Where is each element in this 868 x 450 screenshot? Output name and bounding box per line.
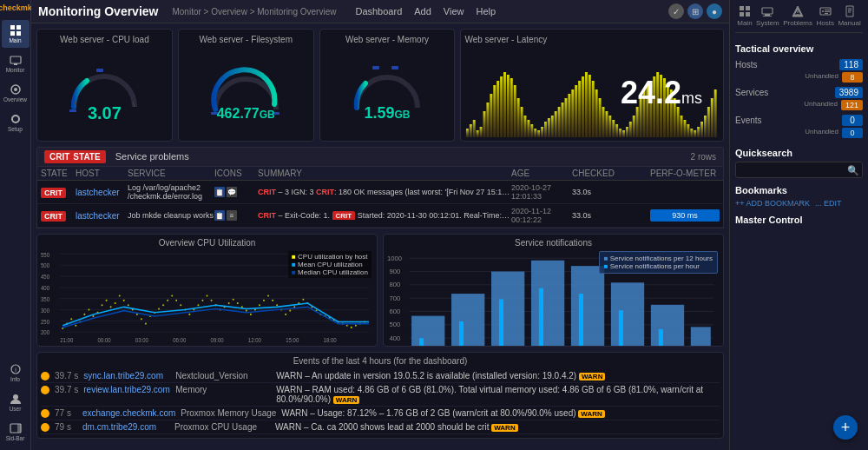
- svg-point-177: [351, 327, 352, 328]
- svg-point-138: [180, 304, 181, 306]
- event-row-1: 39.7 s sync.lan.tribe29.com Nextcloud_Ve…: [41, 369, 720, 383]
- icon-check[interactable]: ✓: [668, 3, 684, 19]
- search-icon: 🔍: [847, 164, 859, 175]
- svg-rect-29: [494, 85, 496, 137]
- svg-rect-39: [528, 120, 530, 137]
- nav-add[interactable]: Add: [409, 4, 437, 18]
- sidebar-item-setup[interactable]: Setup: [2, 109, 30, 136]
- svg-rect-94: [714, 89, 717, 137]
- sidebar-item-user[interactable]: User: [2, 388, 30, 416]
- tactical-events-unhandled-count[interactable]: 0: [842, 128, 863, 138]
- svg-rect-207: [491, 272, 524, 347]
- svg-text:250: 250: [41, 318, 50, 324]
- svg-text:350: 350: [41, 296, 50, 302]
- svg-point-158: [267, 294, 269, 296]
- host-2[interactable]: lastchecker: [76, 211, 128, 221]
- gauge-mem-title: Web server - Memory: [345, 35, 429, 44]
- svg-text:800: 800: [390, 281, 401, 288]
- tactical-title: Tactical overview: [735, 43, 863, 54]
- svg-rect-205: [411, 316, 444, 347]
- svg-rect-41: [535, 129, 537, 137]
- right-nav-system[interactable]: System: [756, 5, 779, 27]
- event-age-1: 39.7 s: [55, 371, 78, 381]
- svg-rect-48: [558, 107, 561, 137]
- host-1[interactable]: lastchecker: [76, 188, 128, 197]
- event-host-3[interactable]: exchange.checkmk.com: [82, 408, 175, 418]
- svg-text:200: 200: [41, 329, 50, 335]
- tactical-hosts-unhandled-count[interactable]: 8: [842, 72, 863, 83]
- sidebar-item-monitor[interactable]: Monitor: [2, 50, 30, 77]
- gauge-memory: Web server - Memory: [319, 29, 456, 142]
- tactical-hosts-label: Hosts: [735, 60, 758, 69]
- tactical-events-count[interactable]: 0: [842, 115, 863, 126]
- svg-rect-46: [551, 116, 554, 137]
- add-bookmark-button[interactable]: ++ ADD BOOKMARK: [735, 199, 810, 208]
- event-host-2[interactable]: review.lan.tribe29.com: [83, 385, 170, 394]
- tactical-hosts-count[interactable]: 118: [839, 59, 863, 70]
- icon-grid[interactable]: ⊞: [687, 3, 703, 19]
- tactical-events-row: Events 0: [735, 113, 863, 128]
- svg-rect-19: [372, 66, 379, 69]
- svg-point-120: [102, 304, 103, 306]
- right-nav: Main System Problems Hosts Manual: [735, 5, 863, 33]
- svg-rect-213: [419, 338, 424, 347]
- fab-button[interactable]: +: [833, 415, 858, 440]
- nav-dashboard[interactable]: Dashboard: [350, 4, 407, 18]
- svg-text:09:00: 09:00: [211, 337, 225, 342]
- svg-rect-50: [565, 98, 568, 137]
- sidebar-item-info[interactable]: i Info: [2, 359, 30, 387]
- event-service-2[interactable]: Memory: [175, 385, 271, 394]
- event-service-4[interactable]: Proxmox CPU Usage: [174, 422, 270, 432]
- service-1[interactable]: Log /var/log/apache2 /checkmk.de/error.l…: [128, 183, 214, 201]
- svg-rect-90: [700, 122, 703, 137]
- quicksearch-input[interactable]: [735, 162, 863, 178]
- right-nav-manual[interactable]: Manual: [838, 5, 860, 27]
- event-service-3[interactable]: Proxmox Memory Usage: [181, 408, 276, 418]
- right-nav-main[interactable]: Main: [737, 5, 752, 27]
- notif-legend-1: ■ Service notifications per 12 hours: [604, 255, 713, 262]
- gauge-latency-title: Web server - Latency: [464, 35, 720, 44]
- edit-bookmark-button[interactable]: ... EDIT: [815, 199, 842, 208]
- tactical-hosts-unhandled-label: Unhandled: [805, 72, 838, 83]
- event-row-3: 77 s exchange.checkmk.com Proxmox Memory…: [41, 407, 720, 420]
- svg-rect-84: [681, 116, 683, 137]
- svg-rect-234: [763, 16, 772, 17]
- latency-value: 24.2: [621, 75, 681, 110]
- tactical-services-count[interactable]: 3989: [835, 87, 863, 98]
- sidebar-item-sidebar[interactable]: Sid-Bar: [2, 418, 30, 446]
- sidebar-item-main[interactable]: Main: [2, 20, 30, 48]
- warn-badge-3: WARN: [578, 410, 604, 418]
- svg-point-156: [259, 304, 260, 306]
- col-checked: CHECKED: [572, 169, 650, 178]
- svg-rect-91: [704, 116, 707, 137]
- dashboard-area: Web server - CPU load: [31, 23, 729, 450]
- service-2[interactable]: Job mkde cleanup works: [128, 211, 214, 220]
- svg-rect-230: [740, 12, 744, 17]
- event-host-4[interactable]: dm.cm.tribe29.com: [82, 422, 169, 432]
- events-section: Events of the last 4 hours (for the dash…: [36, 352, 724, 439]
- svg-point-137: [175, 300, 177, 301]
- gauge-cpu-title: Web server - CPU load: [60, 35, 149, 44]
- event-service-1[interactable]: Nextcloud_Version: [175, 371, 271, 381]
- svg-rect-59: [595, 89, 598, 137]
- right-nav-hosts[interactable]: Hosts: [817, 5, 834, 27]
- svg-rect-87: [691, 129, 694, 137]
- svg-text:400: 400: [390, 334, 401, 342]
- state-crit-1: CRIT: [41, 188, 66, 198]
- sidebar-label-user: User: [10, 406, 22, 412]
- sidebar-label-info: Info: [10, 376, 20, 382]
- icon-user-circle[interactable]: ●: [707, 3, 722, 19]
- svg-point-134: [162, 304, 164, 306]
- svg-rect-86: [687, 124, 690, 137]
- right-nav-problems[interactable]: Problems: [783, 5, 812, 27]
- age-1: 2020-10-27 12:01:33: [511, 183, 572, 201]
- svg-point-140: [188, 314, 190, 315]
- event-host-1[interactable]: sync.lan.tribe29.com: [83, 371, 170, 381]
- svg-text:600: 600: [390, 308, 401, 315]
- tactical-services-unhandled-count[interactable]: 121: [841, 100, 863, 110]
- nav-view[interactable]: View: [438, 4, 470, 18]
- svg-text:1000: 1000: [387, 255, 402, 262]
- gauge-fs-value: 462.77GB: [217, 106, 275, 122]
- sidebar-item-overview[interactable]: Overview: [2, 79, 30, 107]
- nav-help[interactable]: Help: [471, 4, 502, 18]
